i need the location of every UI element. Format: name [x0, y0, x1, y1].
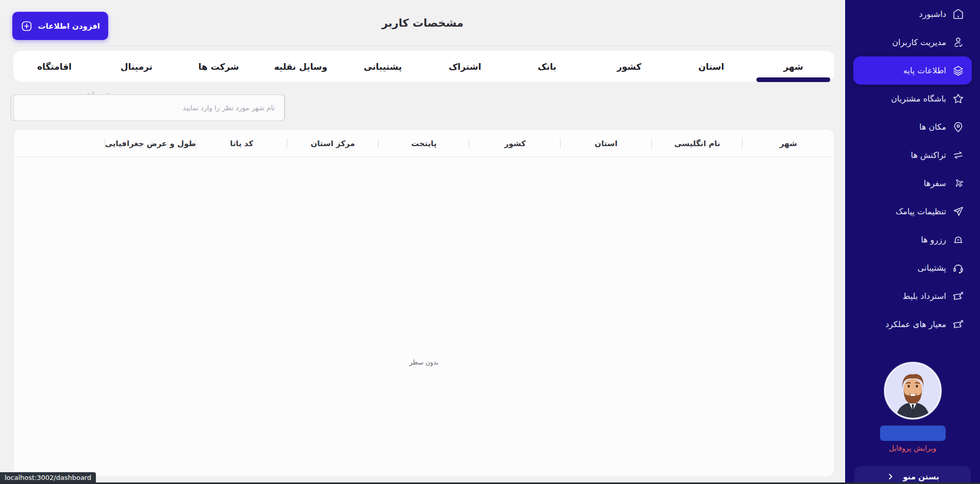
sidebar-item-support[interactable]: پشتیبانی: [853, 254, 972, 282]
tab-province[interactable]: استان: [670, 51, 752, 82]
cities-table: شهر نام انگلیسی استان کشور پایتخت مرکز ا…: [13, 129, 834, 477]
tab-companies[interactable]: شرکت ها: [177, 51, 259, 82]
column-province[interactable]: استان: [561, 130, 652, 157]
tab-vehicles[interactable]: وسایل نقلیه: [259, 51, 342, 82]
location-icon: [952, 120, 965, 133]
add-info-button[interactable]: افزودن اطلاعات: [12, 12, 108, 40]
close-menu-button[interactable]: بستن منو: [854, 466, 971, 484]
edit-profile-link[interactable]: ویرایش پروفایل: [889, 444, 936, 452]
column-capital[interactable]: پایتخت: [378, 130, 470, 157]
ticket-x-icon: [952, 318, 965, 331]
headset-icon: [952, 261, 965, 274]
tab-terminal[interactable]: ترمینال: [95, 51, 177, 82]
sidebar-item-customer-club[interactable]: باشگاه مشتریان: [853, 85, 972, 113]
close-menu-label: بستن منو: [903, 472, 939, 481]
send-icon: [952, 205, 965, 218]
column-country[interactable]: کشور: [469, 130, 561, 157]
sidebar-item-reservations[interactable]: رزرو ها: [853, 226, 972, 254]
tab-city[interactable]: شهر: [752, 51, 834, 82]
add-info-button-label: افزودن اطلاعات: [38, 22, 100, 31]
users-icon: [952, 36, 965, 49]
column-lat-long[interactable]: طول و عرض جغرافیایی: [105, 130, 196, 157]
app-window: مشخصات کاربر افزودن اطلاعات شهر استان کش…: [0, 0, 980, 484]
tab-subscription[interactable]: اشتراک: [424, 51, 506, 82]
sidebar-item-sms-settings[interactable]: تنظیمات پیامک: [853, 197, 972, 226]
sidebar-item-locations[interactable]: مکان ها: [853, 113, 972, 141]
tab-support[interactable]: پشتیبانی: [342, 51, 424, 82]
status-url-tooltip: localhost:3002/dashboard: [0, 472, 96, 482]
layers-icon: [952, 64, 965, 77]
column-iata-code[interactable]: کد یاتا: [196, 130, 287, 157]
column-province-center[interactable]: مرکز استان: [287, 130, 378, 157]
entity-tabs: شهر استان کشور بانک اشتراک پشتیبانی وسای…: [13, 51, 834, 82]
plus-icon: [21, 20, 33, 32]
column-actions-empty: [14, 130, 105, 157]
table-empty-state: بدون سطر: [14, 358, 834, 366]
city-search-input[interactable]: [14, 95, 284, 120]
table-header-row: شهر نام انگلیسی استان کشور پایتخت مرکز ا…: [14, 130, 834, 157]
main-content: مشخصات کاربر افزودن اطلاعات شهر استان کش…: [0, 0, 845, 484]
header-divider: [13, 46, 834, 46]
user-avatar[interactable]: [884, 362, 942, 419]
chevron-right-icon: [886, 472, 895, 481]
sidebar-item-user-management[interactable]: مدیریت کاربران: [853, 28, 972, 56]
sidebar: داشبورد مدیریت کاربران اطلاعات پایه: [845, 0, 980, 484]
column-city[interactable]: شهر: [743, 130, 834, 157]
sidebar-item-ticket-refund[interactable]: استرداد بلیط: [853, 282, 972, 310]
ticket-x-icon: [952, 290, 965, 302]
tab-country[interactable]: کشور: [588, 51, 670, 82]
sidebar-item-base-info[interactable]: اطلاعات پایه: [853, 56, 972, 85]
page-title: مشخصات کاربر: [0, 17, 845, 29]
sidebar-item-performance-metrics[interactable]: معیار های عملکرد: [853, 310, 972, 338]
tab-bank[interactable]: بانک: [506, 51, 588, 82]
transfer-icon: [952, 149, 965, 162]
column-english-name[interactable]: نام انگلیسی: [652, 130, 743, 157]
bell-icon: [952, 233, 965, 246]
sidebar-nav: داشبورد مدیریت کاربران اطلاعات پایه: [845, 0, 980, 338]
user-name-redacted: [880, 426, 946, 441]
tab-accommodation[interactable]: اقامتگاه: [13, 51, 95, 82]
home-icon: [952, 8, 965, 21]
profile-section: ویرایش پروفایل بستن منو: [845, 362, 980, 484]
star-icon: [952, 92, 965, 105]
sidebar-item-transactions[interactable]: تراکنش ها: [853, 141, 972, 169]
city-search-field: [13, 94, 285, 121]
airplane-icon: [952, 177, 965, 190]
sidebar-item-trips[interactable]: سفرها: [853, 169, 972, 197]
sidebar-item-dashboard[interactable]: داشبورد: [853, 0, 972, 28]
